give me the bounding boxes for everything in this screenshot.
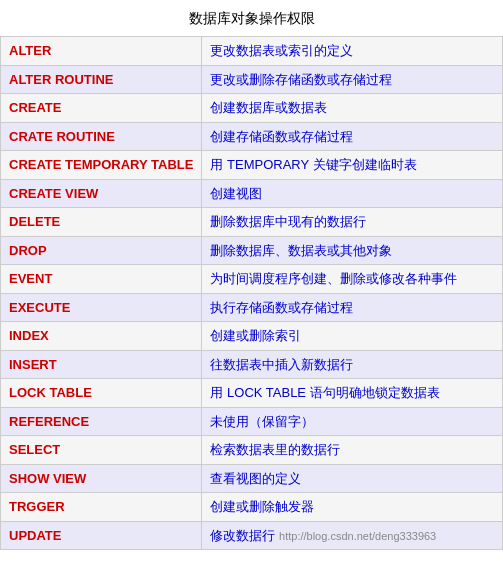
permission-value: 更改数据表或索引的定义 [202, 37, 503, 66]
permission-value: 未使用（保留字） [202, 407, 503, 436]
permission-value: 修改数据行 http://blog.csdn.net/deng333963 [202, 521, 503, 550]
table-row: INSERT往数据表中插入新数据行 [1, 350, 503, 379]
permission-value: 创建存储函数或存储过程 [202, 122, 503, 151]
permission-value: 删除数据库中现有的数据行 [202, 208, 503, 237]
watermark-text: http://blog.csdn.net/deng333963 [279, 530, 436, 542]
table-row: LOCK TABLE用 LOCK TABLE 语句明确地锁定数据表 [1, 379, 503, 408]
permissions-table: ALTER更改数据表或索引的定义ALTER ROUTINE更改或删除存储函数或存… [0, 36, 503, 550]
table-row: UPDATE修改数据行 http://blog.csdn.net/deng333… [1, 521, 503, 550]
page-title: 数据库对象操作权限 [0, 0, 503, 36]
table-row: TRGGER创建或删除触发器 [1, 493, 503, 522]
permission-key: INDEX [1, 322, 202, 351]
permission-value: 创建数据库或数据表 [202, 94, 503, 123]
permission-key: LOCK TABLE [1, 379, 202, 408]
permission-key: CRATE ROUTINE [1, 122, 202, 151]
table-row: SELECT检索数据表里的数据行 [1, 436, 503, 465]
table-row: EVENT为时间调度程序创建、删除或修改各种事件 [1, 265, 503, 294]
permission-key: TRGGER [1, 493, 202, 522]
table-row: DROP删除数据库、数据表或其他对象 [1, 236, 503, 265]
permission-value: 为时间调度程序创建、删除或修改各种事件 [202, 265, 503, 294]
permission-value: 用 LOCK TABLE 语句明确地锁定数据表 [202, 379, 503, 408]
permission-value: 检索数据表里的数据行 [202, 436, 503, 465]
table-row: EXECUTE执行存储函数或存储过程 [1, 293, 503, 322]
permission-key: DELETE [1, 208, 202, 237]
permission-value: 执行存储函数或存储过程 [202, 293, 503, 322]
table-row: CREATE创建数据库或数据表 [1, 94, 503, 123]
table-row: ALTER ROUTINE更改或删除存储函数或存储过程 [1, 65, 503, 94]
permission-value: 查看视图的定义 [202, 464, 503, 493]
permission-key: UPDATE [1, 521, 202, 550]
permission-key: CREATE [1, 94, 202, 123]
table-row: DELETE删除数据库中现有的数据行 [1, 208, 503, 237]
permission-value: 创建或删除索引 [202, 322, 503, 351]
table-row: CREATE TEMPORARY TABLE用 TEMPORARY 关键字创建临… [1, 151, 503, 180]
permission-key: SHOW VIEW [1, 464, 202, 493]
permission-key: EVENT [1, 265, 202, 294]
permission-value: 用 TEMPORARY 关键字创建临时表 [202, 151, 503, 180]
permission-key: ALTER ROUTINE [1, 65, 202, 94]
table-row: ALTER更改数据表或索引的定义 [1, 37, 503, 66]
table-row: CRATE ROUTINE创建存储函数或存储过程 [1, 122, 503, 151]
permission-value: 创建或删除触发器 [202, 493, 503, 522]
permission-key: ALTER [1, 37, 202, 66]
permission-key: SELECT [1, 436, 202, 465]
table-row: SHOW VIEW查看视图的定义 [1, 464, 503, 493]
permission-value: 删除数据库、数据表或其他对象 [202, 236, 503, 265]
table-row: CREATE VIEW创建视图 [1, 179, 503, 208]
permission-value: 往数据表中插入新数据行 [202, 350, 503, 379]
permission-key: EXECUTE [1, 293, 202, 322]
permission-key: DROP [1, 236, 202, 265]
permission-value: 创建视图 [202, 179, 503, 208]
table-row: REFERENCE未使用（保留字） [1, 407, 503, 436]
table-row: INDEX创建或删除索引 [1, 322, 503, 351]
permission-key: INSERT [1, 350, 202, 379]
permission-key: CREATE VIEW [1, 179, 202, 208]
permission-key: REFERENCE [1, 407, 202, 436]
permission-value: 更改或删除存储函数或存储过程 [202, 65, 503, 94]
permission-key: CREATE TEMPORARY TABLE [1, 151, 202, 180]
